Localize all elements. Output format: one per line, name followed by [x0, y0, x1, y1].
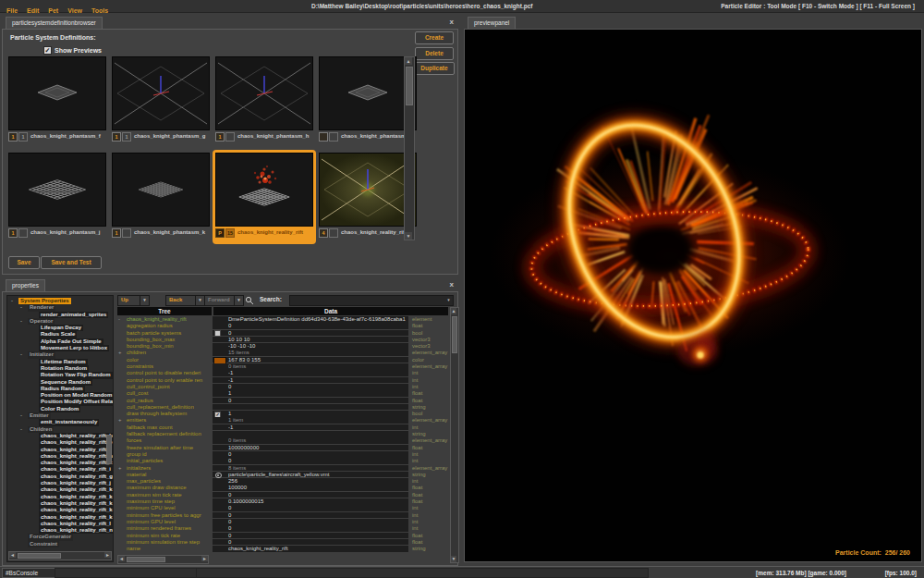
tab-particlesystemdefinitionbrowser[interactable]: particlesystemdefinitionbrowser: [6, 17, 103, 30]
attr-expander-icon[interactable]: +: [118, 465, 122, 472]
close-icon[interactable]: x: [450, 280, 454, 289]
attribute-value-cell[interactable]: 0: [213, 492, 408, 498]
attribute-value-cell[interactable]: 15 items: [213, 350, 408, 356]
attribute-row-minimum-free-particles-to-aggr[interactable]: minimum free particles to aggr0int: [116, 512, 450, 519]
tree-item-chaos-knight-reality-rift-h[interactable]: chaos_knight_reality_rift_h: [7, 453, 111, 460]
item-badge-2[interactable]: [329, 132, 338, 141]
item-badge-2[interactable]: [122, 228, 131, 238]
attribute-row-freeze-simulation-after-time[interactable]: freeze simulation after time1000000000fl…: [116, 445, 450, 451]
attribute-row-minimum-cpu-level[interactable]: minimum CPU level0int: [116, 505, 450, 511]
delete-button[interactable]: Delete: [415, 47, 454, 60]
item-badge-1[interactable]: 1: [112, 132, 121, 141]
item-badge-2[interactable]: 1: [18, 132, 28, 141]
particle-item-label-row[interactable]: P15chaos_knight_reality_rift: [215, 228, 313, 238]
tree-item-forcegenerator[interactable]: ForceGenerator: [7, 534, 111, 540]
tree-item-alpha-fade-out-simple[interactable]: Alpha Fade Out Simple: [7, 338, 111, 345]
tree-item-constraint[interactable]: Constraint: [7, 541, 111, 547]
thumbnail-plane-checker[interactable]: [8, 153, 106, 227]
save-button[interactable]: Save: [8, 256, 40, 269]
tree-item-chaos-knight-reality-rift-e[interactable]: chaos_knight_reality_rift_e: [7, 439, 111, 446]
scroll-up-icon[interactable]: ▲: [451, 308, 456, 314]
forward-combo[interactable]: Forward▾: [204, 295, 244, 306]
attribute-value-cell[interactable]: -1: [213, 370, 408, 376]
attribute-row-batch-particle-systems[interactable]: batch particle systems0bool: [116, 330, 450, 337]
search-input[interactable]: ▾: [289, 295, 454, 306]
item-badge-1[interactable]: 1: [215, 132, 225, 141]
duplicate-button[interactable]: Duplicate: [414, 62, 455, 75]
tree-item-emit-instantaneously[interactable]: emit_instantaneously: [7, 419, 111, 425]
scroll-right-icon[interactable]: ►: [104, 552, 111, 558]
scroll-left-icon[interactable]: ◄: [9, 552, 16, 558]
tree-item-chaos-knight-reality-rift-k[interactable]: chaos_knight_reality_rift_k: [7, 507, 111, 513]
attribute-value-cell[interactable]: 256: [213, 478, 408, 485]
attribute-value-cell[interactable]: 167 83 0 155: [213, 357, 408, 363]
item-badge-2[interactable]: 1: [122, 132, 131, 141]
attribute-value-cell[interactable]: particle\particle_flares\aircraft_yellow…: [213, 472, 408, 478]
attribute-value-cell[interactable]: 1000000000: [213, 445, 408, 451]
tree-expander-icon[interactable]: -: [20, 412, 22, 419]
attribute-value-cell[interactable]: 0 items: [213, 363, 408, 370]
tree-item-render-animated-sprites[interactable]: render_animated_sprites: [7, 312, 111, 318]
tree-item-radius-scale[interactable]: Radius Scale: [7, 331, 111, 338]
attribute-value-cell[interactable]: -1: [213, 424, 408, 431]
tree-item-emitter[interactable]: -Emitter: [7, 412, 111, 419]
scroll-right-icon[interactable]: ►: [201, 556, 208, 561]
attribute-value-cell[interactable]: 0: [213, 539, 408, 546]
attribute-row-emitters[interactable]: +emitters1 itemelement_array: [116, 417, 450, 424]
attribute-value-cell[interactable]: 10 10 10: [213, 337, 408, 343]
attribute-row-fallback-replacement-definition[interactable]: fallback replacement definitionstring: [116, 431, 450, 437]
attribute-row-maximum-sim-tick-rate[interactable]: maximum sim tick rate0float: [116, 492, 450, 498]
tree-item-sequence-random[interactable]: Sequence Random: [7, 379, 111, 386]
attribute-value-cell[interactable]: -1: [213, 377, 408, 384]
tree-item-chaos-knight-reality-rift-k[interactable]: chaos_knight_reality_rift_k: [7, 494, 111, 500]
tree-item-chaos-knight-reality-rift-k[interactable]: chaos_knight_reality_rift_k: [7, 514, 111, 521]
tree-item-chaos-knight-reality-rift-i[interactable]: chaos_knight_reality_rift_i: [7, 466, 111, 473]
attribute-value-cell[interactable]: 0: [213, 384, 408, 390]
status-field-2[interactable]: [196, 568, 649, 578]
attribute-row-cull-radius[interactable]: cull_radius0float: [116, 398, 450, 404]
item-badge-2[interactable]: 15: [225, 228, 235, 238]
tree-item-system-properties[interactable]: -System Properties: [7, 298, 111, 304]
attribute-row-group-id[interactable]: group id0int: [116, 451, 450, 458]
item-badge-1[interactable]: 1: [8, 132, 18, 141]
particle-item-label-row[interactable]: chaos_knight_phantasm_i: [319, 131, 417, 141]
attribute-row-forces[interactable]: forces0 itemselement_array: [116, 437, 450, 444]
attribute-value-cell[interactable]: 1 item: [213, 417, 408, 424]
chevron-down-icon[interactable]: ▾: [140, 296, 149, 305]
column-header-data[interactable]: Data: [213, 307, 448, 315]
chevron-down-icon[interactable]: ▾: [444, 296, 453, 305]
tree-item-chaos-knight-reality-rift-k[interactable]: chaos_knight_reality_rift_k: [7, 486, 111, 493]
scrollbar-thumb[interactable]: [406, 67, 413, 105]
particle-item-label-row[interactable]: 4chaos_knight_reality_rift_b: [319, 228, 417, 238]
tab-properties[interactable]: properties: [6, 279, 45, 292]
scroll-up-icon[interactable]: ▲: [405, 57, 412, 65]
attribute-value-cell[interactable]: [213, 431, 408, 437]
tree-item-operator[interactable]: -Operator: [7, 318, 111, 325]
particle-item-label-row[interactable]: 1chaos_knight_phantasm_k: [112, 228, 210, 238]
attribute-row-bounding-box-max[interactable]: bounding_box_max10 10 10vector3: [116, 337, 450, 343]
tree-item-rotation-random[interactable]: Rotation Random: [7, 365, 111, 372]
browser-vertical-scrollbar[interactable]: ▲ ▼: [404, 56, 415, 240]
attribute-row-name[interactable]: namechaos_knight_reality_riftstring: [116, 546, 450, 552]
create-button[interactable]: Create: [415, 31, 454, 44]
particle-item-label-row[interactable]: 11chaos_knight_phantasm_g: [112, 131, 210, 141]
tree-expander-icon[interactable]: -: [20, 304, 22, 311]
attribute-value-cell[interactable]: 0: [213, 330, 408, 337]
attribute-value-cell[interactable]: 0 items: [213, 437, 408, 444]
tree-item-chaos-knight-reality-rift-n[interactable]: chaos_knight_reality_rift_n: [7, 527, 111, 534]
attribute-value-cell[interactable]: DmeParticleSystemDefinition dd64d340-638…: [213, 316, 408, 323]
attribute-value-cell[interactable]: 8 items: [213, 465, 408, 472]
scrollbar-thumb[interactable]: [452, 316, 457, 353]
chevron-down-icon[interactable]: ▾: [195, 296, 204, 305]
chevron-down-icon[interactable]: ▾: [234, 296, 243, 305]
item-badge-1[interactable]: 4: [319, 228, 328, 238]
close-icon[interactable]: x: [450, 18, 454, 27]
tree-item-renderer[interactable]: -Renderer: [7, 304, 111, 311]
tree-item-chaos-knight-reality-rift-c[interactable]: chaos_knight_reality_rift_c: [7, 460, 111, 466]
thumbnail-plane-checker-sm[interactable]: [112, 153, 210, 227]
particle-preview-viewport[interactable]: Particle Count: 256/ 260: [464, 29, 922, 562]
attribute-value-cell[interactable]: ✓1: [213, 411, 408, 417]
attr-vertical-scrollbar[interactable]: ▲ ▼: [450, 307, 459, 563]
attribute-value-cell[interactable]: 0: [213, 458, 408, 464]
tree-vscroll-thumb[interactable]: [106, 435, 112, 464]
